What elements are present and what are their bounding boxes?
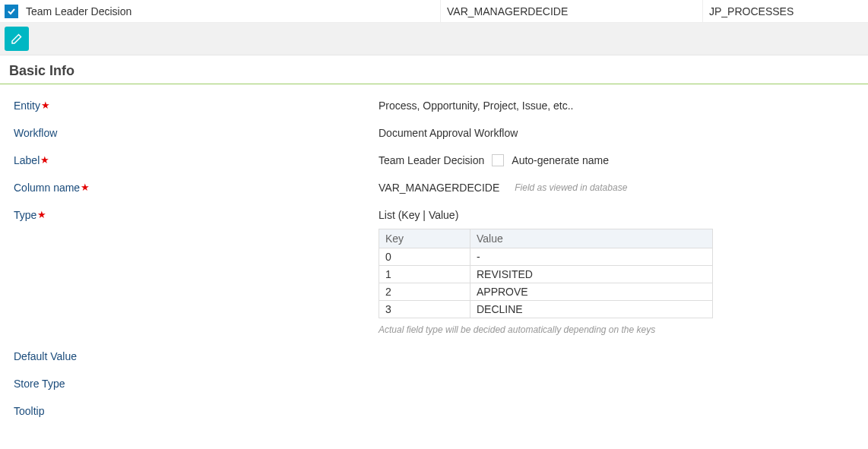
label-entity: Entity★	[0, 100, 379, 112]
value-type-group: List (Key | Value) Key Value 0 -	[379, 209, 868, 335]
required-star: ★	[40, 154, 49, 166]
label-entity-text: Entity	[14, 100, 40, 112]
required-star: ★	[37, 209, 46, 220]
value-type: List (Key | Value)	[379, 209, 458, 221]
row-column-name: Column name★ VAR_MANAGERDECIDE Field as …	[0, 174, 868, 201]
check-icon	[7, 7, 16, 16]
label-store-type: Store Type	[0, 378, 379, 390]
value-column-name: VAR_MANAGERDECIDE	[379, 182, 499, 194]
kv-cell-value: -	[470, 248, 713, 266]
kv-cell-value: DECLINE	[470, 301, 713, 318]
kv-cell-key: 1	[379, 266, 470, 283]
table-row: 3 DECLINE	[379, 301, 713, 318]
kv-table-wrapper: Key Value 0 - 1 REVISITED	[379, 229, 868, 335]
row-tooltip: Tooltip	[0, 397, 868, 425]
kv-cell-value: APPROVE	[470, 283, 713, 301]
row-type: Type★ List (Key | Value) Key Value 0 -	[0, 201, 868, 343]
kv-header-value: Value	[470, 229, 713, 248]
value-workflow: Document Approval Workflow	[379, 127, 868, 139]
kv-cell-value: REVISITED	[470, 266, 713, 283]
value-tooltip	[379, 405, 868, 417]
row-entity: Entity★ Process, Opportunity, Project, I…	[0, 92, 868, 119]
kv-cell-key: 3	[379, 301, 470, 318]
column-name-hint: Field as viewed in database	[515, 182, 627, 193]
label-label: Label★	[0, 154, 379, 166]
kv-cell-key: 2	[379, 283, 470, 301]
kv-cell-key: 0	[379, 248, 470, 266]
label-column-name: Column name★	[0, 182, 379, 194]
label-type: Type★	[0, 209, 379, 221]
type-hint: Actual field type will be decided automa…	[379, 324, 868, 335]
required-star: ★	[81, 182, 90, 193]
row-store-type: Store Type	[0, 370, 868, 397]
pencil-icon	[11, 33, 23, 45]
kv-header-key: Key	[379, 229, 470, 248]
header-column-name: VAR_MANAGERDECIDE	[441, 0, 703, 22]
required-star: ★	[41, 100, 50, 111]
table-row: 2 APPROVE	[379, 283, 713, 301]
header-title: Team Leader Decision	[23, 0, 441, 22]
value-label: Team Leader Decision	[379, 154, 484, 166]
value-default-value	[379, 350, 868, 362]
kv-table: Key Value 0 - 1 REVISITED	[379, 229, 713, 318]
table-row: 1 REVISITED	[379, 266, 713, 283]
label-default-value: Default Value	[0, 350, 379, 362]
row-checkbox-cell	[0, 5, 23, 18]
value-label-group: Team Leader Decision Auto-generate name	[379, 154, 868, 166]
value-store-type	[379, 378, 868, 390]
row-default-value: Default Value	[0, 343, 868, 370]
row-workflow: Workflow Document Approval Workflow	[0, 119, 868, 147]
label-label-text: Label	[14, 154, 40, 166]
value-entity: Process, Opportunity, Project, Issue, et…	[379, 100, 868, 112]
edit-button[interactable]	[5, 27, 29, 51]
auto-generate-label: Auto-generate name	[512, 154, 609, 166]
label-workflow: Workflow	[0, 127, 379, 139]
auto-generate-checkbox[interactable]	[492, 154, 504, 166]
label-column-name-text: Column name	[14, 182, 80, 194]
toolbar	[0, 23, 868, 55]
form-body: Entity★ Process, Opportunity, Project, I…	[0, 84, 868, 432]
label-tooltip: Tooltip	[0, 405, 379, 417]
section-title: Basic Info	[0, 55, 868, 84]
value-column-name-group: VAR_MANAGERDECIDE Field as viewed in dat…	[379, 182, 868, 194]
label-type-text: Type	[14, 209, 36, 221]
header-category: JP_PROCESSES	[703, 0, 868, 22]
row-checkbox[interactable]	[5, 5, 18, 18]
header-row: Team Leader Decision VAR_MANAGERDECIDE J…	[0, 0, 868, 23]
table-row: 0 -	[379, 248, 713, 266]
row-label: Label★ Team Leader Decision Auto-generat…	[0, 147, 868, 174]
